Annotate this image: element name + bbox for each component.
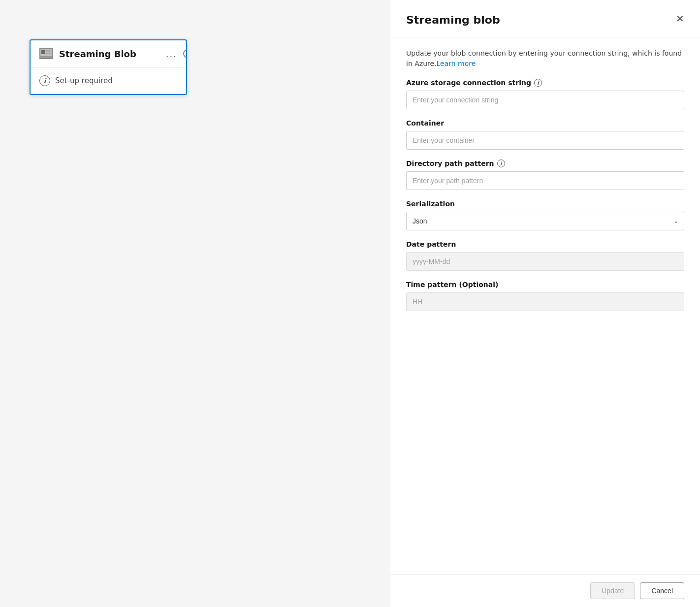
panel-footer: Update Cancel bbox=[390, 574, 700, 607]
time-pattern-input bbox=[406, 292, 684, 311]
panel-header: Streaming blob ✕ bbox=[390, 0, 700, 38]
side-panel: Streaming blob ✕ Update your blob connec… bbox=[390, 0, 700, 607]
learn-more-link[interactable]: Learn more bbox=[437, 60, 476, 67]
form-group-time-pattern: Time pattern (Optional) bbox=[406, 281, 684, 311]
svg-rect-4 bbox=[46, 50, 51, 52]
serialization-select[interactable]: Json CSV Avro Parquet bbox=[406, 212, 684, 230]
svg-rect-5 bbox=[46, 53, 51, 54]
path-pattern-label: Directory path pattern i bbox=[406, 160, 684, 167]
node-output-connector[interactable] bbox=[183, 49, 187, 58]
setup-info-icon: i bbox=[39, 75, 50, 86]
connection-string-info-icon[interactable]: i bbox=[534, 79, 542, 87]
panel-title: Streaming blob bbox=[406, 14, 500, 26]
form-group-serialization: Serialization Json CSV Avro Parquet ⌄ bbox=[406, 200, 684, 230]
date-pattern-input bbox=[406, 252, 684, 271]
form-group-date-pattern: Date pattern bbox=[406, 240, 684, 271]
svg-rect-2 bbox=[40, 56, 52, 58]
node-menu-button[interactable]: ... bbox=[166, 49, 177, 59]
path-pattern-input[interactable] bbox=[406, 171, 684, 190]
canvas-area: Streaming Blob ... i Set-up required bbox=[0, 0, 390, 607]
form-group-path-pattern: Directory path pattern i bbox=[406, 160, 684, 190]
connection-string-label: Azure storage connection string i bbox=[406, 79, 684, 87]
serialization-select-wrapper: Json CSV Avro Parquet ⌄ bbox=[406, 212, 684, 230]
cancel-button[interactable]: Cancel bbox=[640, 582, 684, 599]
time-pattern-label: Time pattern (Optional) bbox=[406, 281, 684, 288]
node-body: i Set-up required bbox=[31, 67, 186, 94]
date-pattern-label: Date pattern bbox=[406, 240, 684, 248]
node-header: Streaming Blob ... bbox=[31, 40, 186, 67]
svg-rect-3 bbox=[41, 50, 45, 54]
panel-form: Azure storage connection string i Contai… bbox=[390, 69, 700, 574]
form-group-container: Container bbox=[406, 119, 684, 150]
blob-icon bbox=[39, 48, 53, 59]
path-pattern-info-icon[interactable]: i bbox=[497, 160, 505, 167]
node-title: Streaming Blob bbox=[59, 49, 160, 59]
node-status-text: Set-up required bbox=[55, 76, 113, 85]
form-group-connection-string: Azure storage connection string i bbox=[406, 79, 684, 109]
update-button: Update bbox=[590, 582, 635, 599]
container-input[interactable] bbox=[406, 131, 684, 150]
serialization-label: Serialization bbox=[406, 200, 684, 208]
container-label: Container bbox=[406, 119, 684, 127]
streaming-blob-node: Streaming Blob ... i Set-up required bbox=[30, 39, 187, 95]
panel-description: Update your blob connection by entering … bbox=[390, 38, 700, 69]
connection-string-input[interactable] bbox=[406, 91, 684, 109]
close-button[interactable]: ✕ bbox=[676, 14, 684, 24]
